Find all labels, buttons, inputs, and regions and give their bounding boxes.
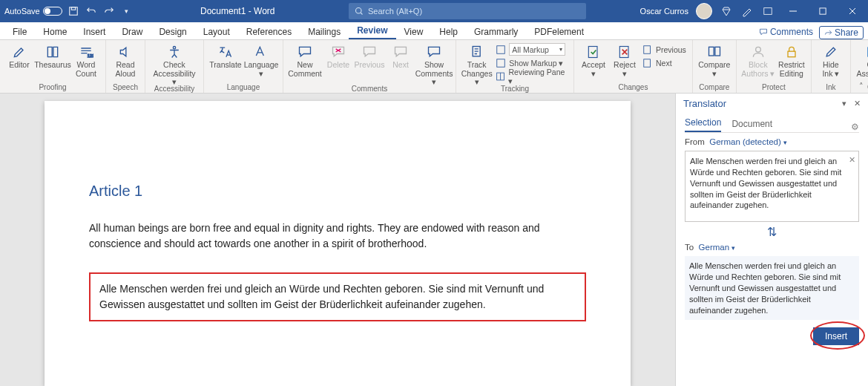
tab-view[interactable]: View: [396, 24, 432, 39]
avatar[interactable]: [696, 3, 712, 19]
group-accessibility: Check Accessibility ▾ Accessibility: [145, 40, 204, 93]
tab-references[interactable]: References: [238, 24, 300, 39]
prevchange-button[interactable]: Previous: [641, 43, 688, 56]
source-textbox[interactable]: Alle Menschen werden frei und gleich an …: [685, 151, 859, 222]
tracking-options: All Markup▾ Show Markup ▾ Reviewing Pane…: [494, 43, 569, 82]
workspace: Article 1 All human beings are born free…: [0, 94, 868, 386]
svg-rect-14: [644, 59, 651, 67]
share-label: Share: [835, 27, 858, 38]
tab-design[interactable]: Design: [151, 24, 194, 39]
pane-tab-document[interactable]: Document: [731, 117, 772, 132]
qat-dropdown-icon[interactable]: ▾: [120, 4, 134, 18]
comments-button[interactable]: Comments: [753, 24, 819, 39]
prev-icon: [362, 45, 377, 59]
group-label: Proofing: [39, 83, 66, 93]
swap-icon[interactable]: ⇅: [685, 226, 859, 238]
from-row[interactable]: From German (detected) ▾: [685, 137, 859, 146]
qat: AutoSave ▾: [4, 4, 134, 18]
tab-review[interactable]: Review: [349, 22, 395, 39]
tab-mailings[interactable]: Mailings: [300, 24, 349, 39]
speaker-icon: [118, 45, 133, 59]
tab-pdfelement[interactable]: PDFelement: [526, 24, 592, 39]
track-icon: [470, 45, 484, 59]
undo-icon[interactable]: [85, 4, 98, 18]
tab-grammarly[interactable]: Grammarly: [466, 24, 526, 39]
tab-layout[interactable]: Layout: [195, 24, 238, 39]
tab-help[interactable]: Help: [431, 24, 466, 39]
book-icon: [45, 45, 60, 59]
translator-pane: Translator ▾ ✕ Selection Document ⚙ From…: [675, 94, 868, 386]
prevcomment-button[interactable]: Previous: [355, 43, 384, 70]
close-icon[interactable]: [841, 0, 864, 22]
to-label: To: [685, 243, 694, 252]
share-button[interactable]: Share: [819, 26, 864, 39]
group-label: Protect: [762, 83, 786, 93]
tab-draw[interactable]: Draw: [114, 24, 151, 39]
pane-tab-selection[interactable]: Selection: [685, 116, 721, 132]
linkedin-icon: in: [865, 45, 868, 59]
pane-options-icon[interactable]: ▾: [842, 99, 846, 108]
comment-icon: [759, 27, 768, 36]
reviewpane-icon: [496, 71, 505, 82]
insert-button[interactable]: Insert: [813, 327, 859, 345]
svg-rect-3: [764, 8, 772, 15]
tab-insert[interactable]: Insert: [75, 24, 114, 39]
group-label: Compare: [699, 83, 729, 93]
comments-label: Comments: [770, 27, 813, 37]
collapse-ribbon-icon[interactable]: ˄: [859, 82, 864, 91]
newcomment-button[interactable]: New Comment: [288, 43, 322, 78]
search-icon: [355, 7, 364, 16]
group-label: Tracking: [501, 85, 529, 94]
autosave-toggle[interactable]: AutoSave: [4, 7, 62, 16]
thesaurus-button[interactable]: Thesaurus: [36, 43, 70, 70]
ribbon-display-icon[interactable]: [761, 4, 775, 18]
tab-file[interactable]: File: [4, 24, 35, 39]
accept-button[interactable]: Accept ▾: [579, 43, 608, 78]
nextcomment-button[interactable]: Next: [386, 43, 415, 70]
trackchanges-button[interactable]: Track Changes ▾: [461, 43, 493, 87]
reviewingpane-button[interactable]: Reviewing Pane ▾: [494, 70, 569, 82]
to-row[interactable]: To German ▾: [685, 243, 859, 252]
showcomments-button[interactable]: Show Comments ▾: [417, 43, 451, 87]
accessibility-button[interactable]: Check Accessibility ▾: [150, 43, 199, 87]
reject-button[interactable]: Reject ▾: [610, 43, 640, 78]
document-area[interactable]: Article 1 All human beings are born free…: [0, 94, 675, 386]
markup-select[interactable]: All Markup▾: [494, 43, 569, 56]
search-input[interactable]: Search (Alt+Q): [349, 3, 586, 19]
editor-button[interactable]: Editor: [4, 43, 34, 70]
cvassistant-button[interactable]: inCV Assistant: [855, 43, 868, 78]
ribbon: Editor Thesaurus 123Word Count Proofing …: [0, 40, 868, 94]
save-icon[interactable]: [67, 4, 80, 18]
to-language: German: [699, 243, 730, 252]
pen-icon[interactable]: [740, 4, 754, 18]
markup-icon: [496, 45, 506, 55]
tab-home[interactable]: Home: [35, 24, 75, 39]
deletecomment-button[interactable]: Delete: [323, 43, 353, 70]
next-icon: [642, 58, 653, 68]
user-name[interactable]: Oscar Curros: [640, 7, 688, 16]
titlebar: AutoSave ▾ Document1 - Word Search (Alt+…: [0, 0, 868, 22]
body-paragraph: All human beings are born free and equal…: [89, 220, 586, 252]
group-changes: Accept ▾ Reject ▾ Previous Next Changes: [574, 40, 693, 93]
nextchange-button[interactable]: Next: [641, 56, 688, 69]
clear-icon[interactable]: ✕: [849, 154, 855, 166]
blockauthors-button[interactable]: Block Authors ▾: [741, 43, 775, 78]
compare-button[interactable]: Compare ▾: [697, 43, 731, 78]
svg-point-6: [173, 47, 175, 49]
search-placeholder: Search (Alt+Q): [368, 7, 422, 16]
gear-icon[interactable]: ⚙: [851, 122, 859, 132]
diamond-icon[interactable]: [720, 4, 733, 18]
maximize-icon[interactable]: [812, 0, 834, 22]
translate-button[interactable]: Translate: [208, 43, 243, 70]
redo-icon[interactable]: [102, 4, 116, 18]
language-button[interactable]: Language ▾: [244, 43, 278, 78]
pane-close-icon[interactable]: ✕: [854, 99, 861, 108]
hideink-button[interactable]: Hide Ink ▾: [816, 43, 846, 78]
group-compare: Compare ▾ Compare: [693, 40, 737, 93]
minimize-icon[interactable]: [782, 0, 804, 22]
restrict-button[interactable]: Restrict Editing: [777, 43, 806, 78]
svg-text:123: 123: [88, 53, 93, 58]
readaloud-button[interactable]: Read Aloud: [111, 43, 140, 78]
showmarkup-icon: [496, 58, 506, 68]
wordcount-button[interactable]: 123Word Count: [71, 43, 101, 78]
